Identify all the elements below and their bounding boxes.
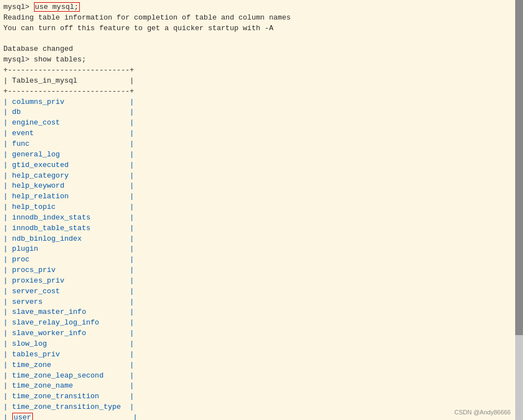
table-row-event: | event |	[3, 128, 520, 139]
table-row-help_relation: | help_relation |	[3, 192, 520, 202]
info-line1: Reading table information for completion…	[3, 13, 520, 23]
table-row-procs_priv: | procs_priv |	[3, 265, 520, 276]
table-row-time_zone_leap_second: | time_zone_leap_second |	[3, 371, 520, 381]
user-highlight: user	[12, 413, 33, 420]
table-row-plugin: | plugin |	[3, 244, 520, 255]
table-row-general_log: | general_log |	[3, 150, 520, 160]
table-row-slow_log: | slow_log |	[3, 339, 520, 350]
table-header: | Tables_in_mysql |	[3, 76, 520, 87]
table-row-help_keyword: | help_keyword |	[3, 181, 520, 192]
scrollbar[interactable]	[515, 0, 523, 420]
table-row-gtid_executed: | gtid_executed |	[3, 160, 520, 171]
table-row-db: | db |	[3, 107, 520, 118]
scrollbar-thumb[interactable]	[515, 0, 523, 335]
table-row-proxies_priv: | proxies_priv |	[3, 276, 520, 287]
table-row-proc: | proc |	[3, 255, 520, 265]
table-row-user: | user |	[3, 413, 520, 420]
table-row-time_zone_transition_type: | time_zone_transition_type |	[3, 402, 520, 413]
table-row-tables_priv: | tables_priv |	[3, 350, 520, 360]
table-row-help_topic: | help_topic |	[3, 202, 520, 213]
prompt2: mysql> show tables;	[3, 55, 86, 64]
show-tables-cmd: mysql> show tables;	[3, 55, 520, 65]
table-row-slave_relay_log_info: | slave_relay_log_info |	[3, 318, 520, 328]
table-row-slave_worker_info: | slave_worker_info |	[3, 328, 520, 339]
prompt: mysql>	[3, 3, 34, 11]
table-row-engine_cost: | engine_cost |	[3, 118, 520, 128]
table-row-time_zone: | time_zone |	[3, 360, 520, 371]
table-row-time_zone_name: | time_zone_name |	[3, 381, 520, 392]
table-row-slave_master_info: | slave_master_info |	[3, 307, 520, 318]
terminal: mysql> use mysql; Reading table informat…	[0, 0, 523, 420]
table-row-server_cost: | server_cost |	[3, 287, 520, 297]
info-line2: You can turn off this feature to get a q…	[3, 23, 520, 34]
table-row-ndb_binlog_index: | ndb_binlog_index |	[3, 234, 520, 245]
table-row-time_zone_transition: | time_zone_transition |	[3, 392, 520, 402]
border-top: +----------------------------+	[3, 65, 520, 76]
command-line: mysql> use mysql;	[3, 2, 520, 13]
border-mid: +----------------------------+	[3, 87, 520, 97]
table-row-innodb_index_stats: | innodb_index_stats |	[3, 213, 520, 223]
blank-line	[3, 34, 520, 45]
table-row-servers: | servers |	[3, 297, 520, 308]
table-row-innodb_table_stats: | innodb_table_stats |	[3, 223, 520, 234]
table-row-help_category: | help_category |	[3, 171, 520, 182]
watermark: CSDN @Andy86666	[454, 409, 511, 416]
command-highlight: use mysql;	[34, 2, 80, 12]
table-row-columns_priv: | columns_priv |	[3, 97, 520, 108]
db-changed: Database changed	[3, 44, 520, 55]
table-row-func: | func |	[3, 139, 520, 150]
